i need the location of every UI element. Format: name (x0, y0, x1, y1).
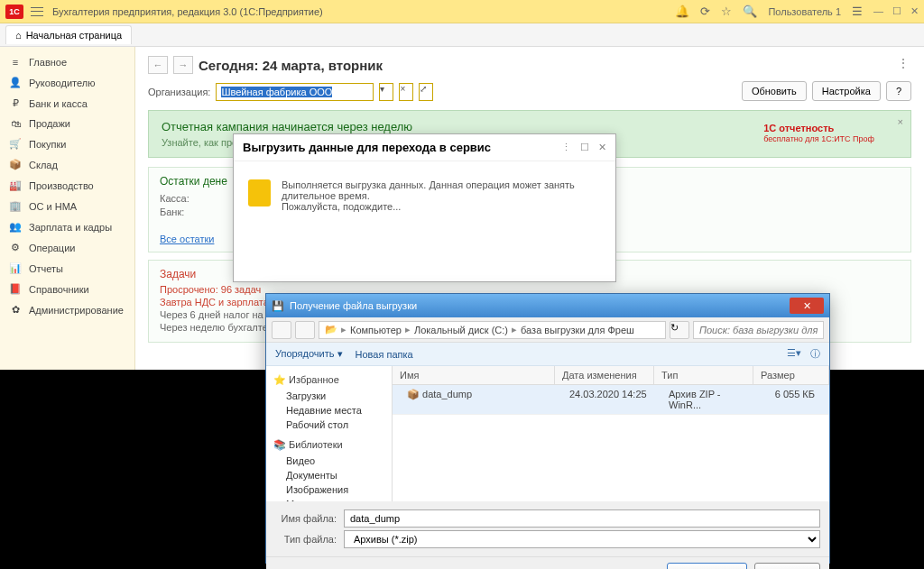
sidebar-item[interactable]: 📕Справочники (0, 279, 134, 299)
tree-item[interactable]: Музыка (273, 497, 384, 501)
minimize-icon[interactable]: — (873, 5, 883, 17)
nav-back-button[interactable] (272, 321, 291, 339)
sidebar-icon: 👤 (9, 77, 22, 88)
home-icon: ⌂ (15, 30, 22, 41)
sidebar-item[interactable]: 📊Отчеты (0, 258, 134, 279)
tree-item[interactable]: Видео (273, 454, 384, 468)
forward-button[interactable]: → (173, 56, 193, 74)
titlebar: 1C Бухгалтерия предприятия, редакция 3.0… (0, 0, 924, 23)
more-icon[interactable]: ⋮ (897, 56, 910, 70)
tree-item[interactable]: Недавние места (273, 403, 384, 418)
sidebar-item[interactable]: ≡Главное (0, 52, 134, 72)
sidebar-icon: 📊 (9, 262, 22, 274)
user-label[interactable]: Пользователь 1 (768, 6, 841, 17)
sidebar-icon: ⚙ (9, 242, 22, 253)
back-button[interactable]: ← (148, 56, 168, 74)
sidebar-item[interactable]: ₽Банк и касса (0, 93, 134, 114)
folder-tree[interactable]: ⭐ ИзбранноеЗагрузкиНедавние местаРабочий… (266, 366, 393, 501)
close-icon[interactable]: ✕ (910, 5, 919, 17)
dialog-close-button[interactable]: ✕ (790, 298, 824, 314)
filetype-label: Тип файла: (275, 534, 337, 545)
sidebar-item[interactable]: 🛒Покупки (0, 133, 134, 154)
sidebar-label: Покупки (29, 139, 66, 150)
sidebar-label: Администрирование (29, 305, 124, 316)
tab-label: Начальная страница (26, 30, 122, 41)
org-dropdown-button[interactable]: ▾ (379, 83, 393, 101)
file-row[interactable]: 📦 data_dump 24.03.2020 14:25 Архив ZIP -… (393, 385, 829, 415)
tree-item[interactable]: Документы (273, 468, 384, 482)
sidebar-item[interactable]: 👤Руководителю (0, 72, 134, 93)
col-size[interactable]: Размер (753, 366, 829, 384)
menu-icon[interactable] (31, 7, 43, 16)
search-icon[interactable]: 🔍 (743, 5, 757, 18)
modal-message: Выполняется выгрузка данных. Данная опер… (282, 179, 601, 201)
waiting-cat-icon (248, 179, 271, 206)
tree-item[interactable]: Рабочий стол (273, 418, 384, 432)
help-button[interactable]: ? (886, 81, 911, 101)
sidebar-label: Продажи (29, 118, 70, 129)
org-clear-button[interactable]: × (399, 83, 413, 101)
sidebar-icon: ✿ (9, 304, 22, 316)
banner-close-icon[interactable]: × (898, 116, 903, 127)
org-input[interactable]: Швейная фабрика ООО (216, 83, 374, 101)
sidebar-label: Склад (29, 160, 58, 170)
tabbar: ⌂ Начальная страница (0, 23, 924, 47)
panel-icon[interactable]: ☰ (852, 5, 863, 18)
sidebar-item[interactable]: ✿Администрирование (0, 299, 134, 320)
refresh-button[interactable]: ↻ (670, 321, 689, 339)
filename-input[interactable] (344, 509, 820, 528)
save-icon: 💾 (272, 300, 284, 312)
bell-icon[interactable]: 🔔 (675, 5, 689, 18)
sidebar: ≡Главное👤Руководителю₽Банк и касса🛍Прода… (0, 47, 135, 370)
sidebar-icon: 🛍 (9, 118, 22, 129)
search-input[interactable] (693, 321, 824, 339)
save-button[interactable]: Сохранить (667, 563, 747, 569)
sidebar-item[interactable]: 🏢ОС и НМА (0, 196, 134, 216)
col-date[interactable]: Дата изменения (555, 366, 654, 384)
tree-item[interactable]: Загрузки (273, 389, 384, 403)
tree-item[interactable]: Изображения (273, 482, 384, 497)
organize-menu[interactable]: Упорядочить ▾ (275, 348, 343, 360)
modal-title: Выгрузить данные для перехода в сервис (243, 141, 561, 154)
history-icon[interactable]: ⟳ (700, 5, 710, 18)
modal-close-icon[interactable]: ✕ (598, 142, 606, 153)
nav-forward-button[interactable] (295, 321, 315, 339)
sidebar-icon: 🏭 (9, 179, 22, 191)
sidebar-icon: ≡ (9, 57, 22, 68)
breadcrumb[interactable]: 📂 ▸ Компьютер ▸ Локальный диск (C:) ▸ ба… (319, 321, 666, 339)
modal-maximize-icon[interactable]: ☐ (580, 142, 589, 153)
maximize-icon[interactable]: ☐ (892, 5, 901, 17)
app-logo-icon: 1C (5, 5, 23, 19)
view-menu-icon[interactable]: ☰▾ (787, 347, 801, 361)
filetype-select[interactable]: Архивы (*.zip) (344, 530, 820, 548)
org-label: Организация: (148, 87, 210, 97)
sidebar-item[interactable]: 🛍Продажи (0, 114, 134, 133)
cancel-button[interactable]: Отмена (754, 563, 820, 569)
sidebar-label: Главное (29, 57, 67, 68)
app-title: Бухгалтерия предприятия, редакция 3.0 (1… (52, 6, 675, 17)
modal-settings-icon[interactable]: ⋮ (561, 142, 571, 153)
sidebar-label: Справочники (29, 284, 89, 295)
tab-home[interactable]: ⌂ Начальная страница (5, 25, 132, 44)
col-type[interactable]: Тип (654, 366, 753, 384)
sidebar-icon: ₽ (9, 97, 22, 109)
refresh-button[interactable]: Обновить (742, 81, 807, 101)
sidebar-item[interactable]: ⚙Операции (0, 237, 134, 258)
sidebar-item[interactable]: 📦Склад (0, 154, 134, 175)
star-icon[interactable]: ☆ (721, 5, 732, 18)
help-icon[interactable]: ⓘ (810, 347, 820, 361)
sidebar-item[interactable]: 🏭Производство (0, 175, 134, 196)
new-folder-button[interactable]: Новая папка (356, 349, 413, 360)
archive-icon: 📦 (407, 389, 420, 399)
sidebar-label: Банк и касса (29, 98, 88, 109)
all-balances-link[interactable]: Все остатки (160, 234, 214, 244)
sidebar-item[interactable]: 👥Зарплата и кадры (0, 216, 134, 237)
sidebar-label: Производство (29, 180, 94, 191)
reporting-logo-icon: 1С отчетностьбесплатно для 1С:ИТС Проф (763, 120, 874, 143)
settings-button[interactable]: Настройка (812, 81, 881, 101)
sidebar-icon: 🛒 (9, 138, 22, 150)
org-open-button[interactable]: ⤢ (419, 83, 433, 101)
col-name[interactable]: Имя (393, 366, 555, 384)
file-save-dialog: 💾 Получение файла выгрузки ✕ 📂 ▸ Компьют… (265, 293, 830, 564)
sidebar-icon: 📕 (9, 283, 22, 295)
